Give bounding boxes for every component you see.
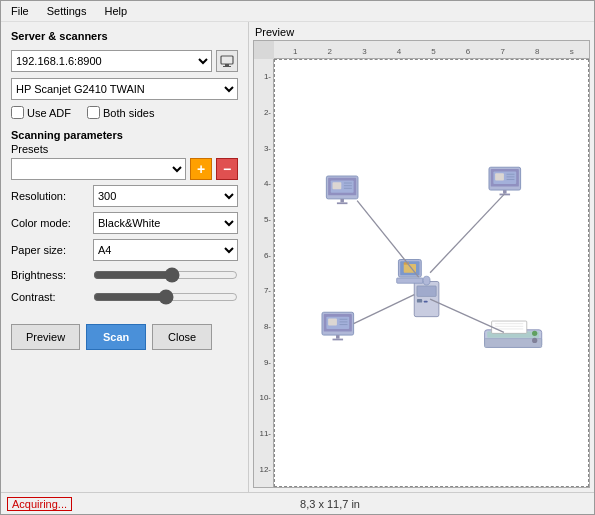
ruler-left-8: 8- bbox=[254, 309, 273, 345]
ruler-left-4: 4- bbox=[254, 166, 273, 202]
both-sides-label[interactable]: Both sides bbox=[87, 106, 154, 119]
top-right-monitor bbox=[489, 168, 521, 196]
svg-rect-9 bbox=[396, 278, 422, 283]
use-adf-label[interactable]: Use ADF bbox=[11, 106, 71, 119]
preview-button[interactable]: Preview bbox=[11, 324, 80, 350]
monitor-icon bbox=[220, 55, 234, 67]
contrast-slider-container bbox=[93, 288, 238, 306]
scan-image-area bbox=[285, 70, 578, 476]
brightness-label: Brightness: bbox=[11, 269, 93, 281]
svg-rect-4 bbox=[417, 286, 436, 297]
svg-rect-29 bbox=[503, 190, 507, 194]
central-pc bbox=[396, 260, 438, 317]
ruler-tick-8: 8 bbox=[520, 47, 555, 56]
network-diagram-svg bbox=[300, 90, 564, 455]
svg-rect-16 bbox=[332, 182, 341, 189]
bottom-left-monitor bbox=[322, 313, 354, 341]
ruler-top: 1 2 3 4 5 6 7 8 s bbox=[274, 41, 589, 59]
contrast-label: Contrast: bbox=[11, 291, 93, 303]
ruler-left-5: 5- bbox=[254, 202, 273, 238]
ruler-left-7: 7- bbox=[254, 273, 273, 309]
ruler-top-ticks: 1 2 3 4 5 6 7 8 s bbox=[274, 47, 589, 56]
right-panel: Preview 1 2 3 4 5 6 7 8 s bbox=[249, 22, 594, 492]
svg-rect-21 bbox=[337, 203, 348, 205]
presets-row: + − bbox=[11, 158, 238, 180]
server-address-select[interactable]: 192.168.1.6:8900 bbox=[11, 50, 212, 72]
scanning-params-label: Scanning parameters bbox=[11, 129, 238, 141]
line-top-left bbox=[357, 201, 419, 277]
ruler-tick-6: 6 bbox=[451, 47, 486, 56]
main-content: Server & scanners 192.168.1.6:8900 HP bbox=[1, 22, 594, 492]
scanner-name-row: HP Scanjet G2410 TWAIN bbox=[11, 78, 238, 100]
svg-rect-43 bbox=[491, 321, 526, 333]
server-section-label: Server & scanners bbox=[11, 30, 238, 42]
connect-icon-btn[interactable] bbox=[216, 50, 238, 72]
ruler-left: 1- 2- 3- 4- 5- 6- 7- 8- 9- 10- 11- 12- bbox=[254, 59, 274, 487]
color-mode-row: Color mode: Black&White bbox=[11, 212, 238, 234]
menu-file[interactable]: File bbox=[7, 4, 33, 18]
scan-button[interactable]: Scan bbox=[86, 324, 146, 350]
left-panel: Server & scanners 192.168.1.6:8900 HP bbox=[1, 22, 249, 492]
ruler-left-11: 11- bbox=[254, 416, 273, 452]
paper-size-row: Paper size: A4 bbox=[11, 239, 238, 261]
use-adf-checkbox[interactable] bbox=[11, 106, 24, 119]
contrast-slider[interactable] bbox=[93, 290, 238, 304]
ruler-left-6: 6- bbox=[254, 237, 273, 273]
paper-size-select[interactable]: A4 bbox=[93, 239, 238, 261]
paper-size-label: Paper size: bbox=[11, 244, 93, 256]
brightness-slider[interactable] bbox=[93, 268, 238, 282]
menu-help[interactable]: Help bbox=[100, 4, 131, 18]
ruler-tick-4: 4 bbox=[382, 47, 417, 56]
svg-rect-20 bbox=[340, 199, 344, 203]
add-preset-btn[interactable]: + bbox=[190, 158, 212, 180]
resolution-select[interactable]: 300 bbox=[93, 185, 238, 207]
ruler-left-10: 10- bbox=[254, 380, 273, 416]
brightness-slider-container bbox=[93, 266, 238, 284]
buttons-row: Preview Scan Close bbox=[11, 324, 238, 350]
paper-size-text: 8,3 x 11,7 in bbox=[72, 498, 588, 510]
ruler-left-3: 3- bbox=[254, 130, 273, 166]
preview-label: Preview bbox=[253, 26, 590, 38]
ruler-tick-7: 7 bbox=[485, 47, 520, 56]
contrast-row: Contrast: bbox=[11, 288, 238, 306]
preview-area: 1 2 3 4 5 6 7 8 s 1- 2- 3- bbox=[253, 40, 590, 488]
brightness-row: Brightness: bbox=[11, 266, 238, 284]
ruler-tick-1: 1 bbox=[278, 47, 313, 56]
top-left-monitor bbox=[326, 176, 358, 204]
scanner-select[interactable]: HP Scanjet G2410 TWAIN bbox=[11, 78, 238, 100]
color-mode-label: Color mode: bbox=[11, 217, 93, 229]
svg-rect-6 bbox=[424, 301, 428, 303]
both-sides-checkbox[interactable] bbox=[87, 106, 100, 119]
resolution-row: Resolution: 300 bbox=[11, 185, 238, 207]
svg-rect-34 bbox=[328, 319, 337, 326]
svg-point-48 bbox=[532, 338, 537, 343]
preview-canvas bbox=[274, 59, 589, 487]
presets-select[interactable] bbox=[11, 158, 186, 180]
svg-rect-2 bbox=[223, 66, 231, 67]
ruler-tick-2: 2 bbox=[313, 47, 348, 56]
server-address-row: 192.168.1.6:8900 bbox=[11, 50, 238, 72]
close-button[interactable]: Close bbox=[152, 324, 212, 350]
ruler-tick-5: 5 bbox=[416, 47, 451, 56]
ruler-left-12: 12- bbox=[254, 451, 273, 487]
ruler-tick-3: 3 bbox=[347, 47, 382, 56]
status-bar: Acquiring... 8,3 x 11,7 in bbox=[1, 492, 594, 514]
ruler-left-1: 1- bbox=[254, 59, 273, 95]
main-window: File Settings Help Server & scanners 192… bbox=[0, 0, 595, 515]
menubar: File Settings Help bbox=[1, 1, 594, 22]
svg-rect-38 bbox=[336, 335, 340, 339]
acquiring-text: Acquiring... bbox=[7, 497, 72, 511]
color-mode-select[interactable]: Black&White bbox=[93, 212, 238, 234]
line-scanner bbox=[430, 299, 504, 332]
checkbox-row: Use ADF Both sides bbox=[11, 106, 238, 119]
svg-rect-25 bbox=[495, 174, 504, 181]
menu-settings[interactable]: Settings bbox=[43, 4, 91, 18]
presets-label: Presets bbox=[11, 143, 238, 155]
line-top-right bbox=[430, 194, 505, 273]
remove-preset-btn[interactable]: − bbox=[216, 158, 238, 180]
scanner bbox=[484, 321, 541, 347]
svg-rect-39 bbox=[332, 339, 343, 341]
svg-rect-5 bbox=[417, 299, 422, 303]
svg-rect-0 bbox=[221, 56, 233, 64]
line-bottom-left bbox=[353, 295, 414, 324]
